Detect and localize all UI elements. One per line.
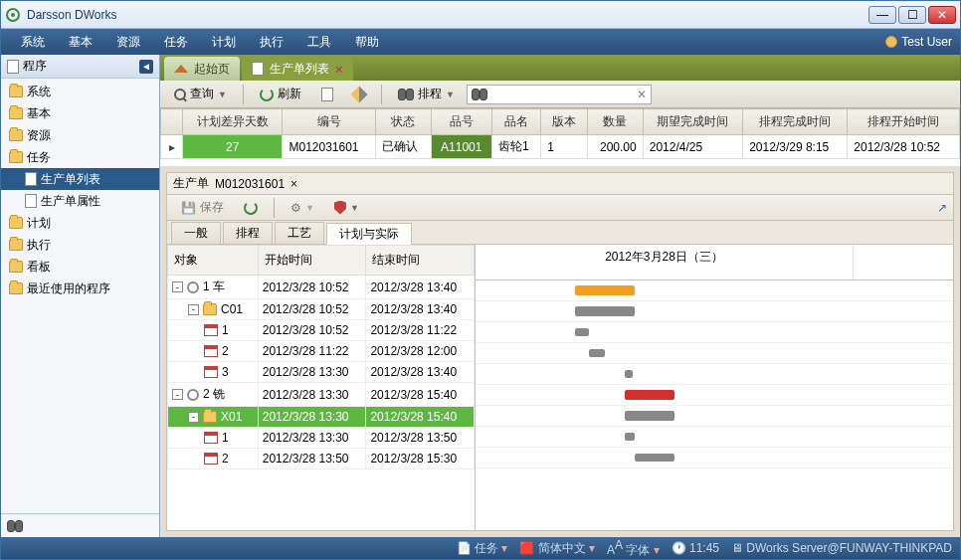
refresh-icon bbox=[260, 88, 274, 101]
sidebar: 程序 ◄ 系统基本资源任务生产单列表生产单属性计划执行看板最近使用的程序 bbox=[1, 55, 160, 537]
filter-box[interactable]: ✕ bbox=[467, 85, 652, 104]
detail-row[interactable]: 12012/3/28 13:302012/3/28 13:50 bbox=[168, 428, 475, 449]
sidebar-item-label: 看板 bbox=[27, 259, 51, 276]
gantt-bar[interactable] bbox=[625, 370, 633, 378]
gantt-bar[interactable] bbox=[589, 349, 605, 357]
menu-tools[interactable]: 工具 bbox=[295, 29, 343, 55]
gantt-bar[interactable] bbox=[635, 454, 674, 462]
gantt-row bbox=[476, 280, 953, 301]
gantt-chart[interactable]: 2012年3月28日（三） 2012年 bbox=[476, 245, 953, 530]
sidebar-collapse-button[interactable]: ◄ bbox=[139, 60, 153, 74]
menu-exec[interactable]: 执行 bbox=[248, 29, 295, 55]
grid-col[interactable]: 排程开始时间 bbox=[848, 109, 960, 135]
gantt-bar[interactable] bbox=[575, 285, 635, 295]
inner-tab-process[interactable]: 工艺 bbox=[275, 222, 324, 244]
status-lang[interactable]: 🟥 简体中文 ▾ bbox=[519, 540, 595, 557]
binoculars-icon[interactable] bbox=[7, 520, 23, 532]
menu-task[interactable]: 任务 bbox=[152, 29, 200, 55]
tab-production-list[interactable]: 生产单列表 × bbox=[242, 57, 353, 81]
detail-close-icon[interactable]: × bbox=[290, 177, 297, 191]
tree-toggle[interactable]: - bbox=[188, 304, 199, 315]
new-button[interactable] bbox=[313, 84, 341, 105]
inner-tab-general[interactable]: 一般 bbox=[171, 222, 221, 244]
gantt-bar[interactable] bbox=[575, 328, 589, 336]
grid-col[interactable]: 数量 bbox=[587, 109, 643, 135]
detail-tree-grid[interactable]: 对象 开始时间 结束时间 -1 车2012/3/28 10:522012/3/2… bbox=[167, 245, 476, 530]
gantt-bar[interactable] bbox=[625, 390, 674, 400]
maximize-button[interactable]: ☐ bbox=[898, 6, 926, 24]
detail-row[interactable]: -C012012/3/28 10:522012/3/28 13:40 bbox=[168, 299, 475, 320]
grid-col[interactable]: 版本 bbox=[541, 109, 587, 135]
status-font[interactable]: AA 字体 ▾ bbox=[607, 538, 660, 559]
sidebar-item-执行[interactable]: 执行 bbox=[1, 234, 159, 256]
detail-row[interactable]: 32012/3/28 13:302012/3/28 13:40 bbox=[168, 362, 475, 383]
gear-icon bbox=[187, 389, 199, 401]
sidebar-item-资源[interactable]: 资源 bbox=[1, 124, 159, 146]
menu-resource[interactable]: 资源 bbox=[104, 29, 152, 55]
gantt-bar[interactable] bbox=[625, 411, 674, 421]
production-grid[interactable]: 计划差异天数编号状态品号品名版本数量期望完成时间排程完成时间排程开始时间 ▸27… bbox=[160, 108, 960, 166]
detail-row[interactable]: 22012/3/28 11:222012/3/28 12:00 bbox=[168, 341, 475, 362]
sidebar-item-系统[interactable]: 系统 bbox=[1, 81, 159, 102]
grid-col[interactable]: 计划差异天数 bbox=[183, 109, 283, 135]
popout-button[interactable]: ↗ bbox=[937, 201, 947, 215]
tab-start-page[interactable]: 起始页 bbox=[164, 57, 240, 81]
tree-toggle[interactable]: - bbox=[188, 412, 199, 423]
grid-col[interactable]: 品名 bbox=[491, 109, 540, 135]
shield-button[interactable]: ▼ bbox=[326, 197, 367, 219]
menu-system[interactable]: 系统 bbox=[9, 29, 57, 55]
sidebar-item-生产单属性[interactable]: 生产单属性 bbox=[1, 190, 159, 212]
tree-toggle[interactable]: - bbox=[172, 389, 183, 400]
status-time: 🕐 11:45 bbox=[672, 541, 719, 555]
schedule-button[interactable]: 排程▼ bbox=[390, 84, 463, 105]
sidebar-item-计划[interactable]: 计划 bbox=[1, 212, 159, 234]
sidebar-item-label: 系统 bbox=[27, 84, 51, 100]
menu-plan[interactable]: 计划 bbox=[200, 29, 248, 55]
detail-row[interactable]: -2 铣2012/3/28 13:302012/3/28 15:40 bbox=[168, 383, 475, 407]
col-object[interactable]: 对象 bbox=[168, 246, 259, 276]
sidebar-item-看板[interactable]: 看板 bbox=[1, 256, 159, 278]
folder-icon bbox=[203, 411, 217, 423]
detail-refresh-button[interactable] bbox=[236, 197, 266, 219]
filter-input[interactable] bbox=[487, 88, 637, 101]
gantt-bar[interactable] bbox=[625, 433, 635, 441]
table-row[interactable]: ▸27M012031601已确认A11001齿轮11200.002012/4/2… bbox=[161, 135, 960, 159]
close-button[interactable]: ✕ bbox=[928, 6, 956, 24]
col-end[interactable]: 结束时间 bbox=[366, 246, 475, 276]
sidebar-item-生产单列表[interactable]: 生产单列表 bbox=[1, 168, 159, 190]
grid-col[interactable]: 编号 bbox=[283, 109, 376, 135]
edit-button[interactable] bbox=[345, 84, 373, 105]
grid-col[interactable]: 状态 bbox=[376, 109, 431, 135]
page-icon bbox=[252, 62, 264, 76]
clear-icon[interactable]: ✕ bbox=[637, 88, 647, 101]
menu-basic[interactable]: 基本 bbox=[57, 29, 104, 55]
current-user[interactable]: Test User bbox=[885, 35, 952, 49]
grid-col[interactable]: 品号 bbox=[431, 109, 491, 135]
query-button[interactable]: 查询▼ bbox=[166, 84, 235, 105]
grid-col[interactable]: 排程完成时间 bbox=[743, 109, 848, 135]
inner-tab-schedule[interactable]: 排程 bbox=[223, 222, 273, 244]
detail-row[interactable]: 22012/3/28 13:502012/3/28 15:30 bbox=[168, 449, 475, 469]
sidebar-item-任务[interactable]: 任务 bbox=[1, 146, 159, 168]
col-start[interactable]: 开始时间 bbox=[258, 246, 366, 276]
tree-toggle[interactable]: - bbox=[172, 281, 183, 292]
grid-col[interactable]: 期望完成时间 bbox=[643, 109, 742, 135]
folder-icon bbox=[9, 282, 23, 294]
menu-help[interactable]: 帮助 bbox=[343, 29, 391, 55]
sidebar-item-最近使用的程序[interactable]: 最近使用的程序 bbox=[1, 278, 159, 299]
svg-point-1 bbox=[11, 13, 15, 17]
detail-row[interactable]: 12012/3/28 10:522012/3/28 11:22 bbox=[168, 320, 475, 341]
detail-action-button[interactable]: ⚙▼ bbox=[283, 197, 322, 219]
sidebar-item-label: 基本 bbox=[27, 105, 51, 122]
minimize-button[interactable]: — bbox=[868, 6, 896, 24]
tab-close-icon[interactable]: × bbox=[335, 62, 343, 77]
inner-tab-plan-actual[interactable]: 计划与实际 bbox=[326, 223, 412, 245]
sidebar-item-基本[interactable]: 基本 bbox=[1, 102, 159, 124]
refresh-button[interactable]: 刷新 bbox=[252, 84, 309, 105]
save-button[interactable]: 💾保存 bbox=[173, 197, 232, 219]
detail-row[interactable]: -X012012/3/28 13:302012/3/28 15:40 bbox=[168, 407, 475, 428]
status-task[interactable]: 📄 任务 ▾ bbox=[457, 540, 508, 557]
gantt-bar[interactable] bbox=[575, 306, 635, 316]
cal-icon bbox=[204, 345, 218, 357]
detail-row[interactable]: -1 车2012/3/28 10:522012/3/28 13:40 bbox=[168, 276, 475, 299]
